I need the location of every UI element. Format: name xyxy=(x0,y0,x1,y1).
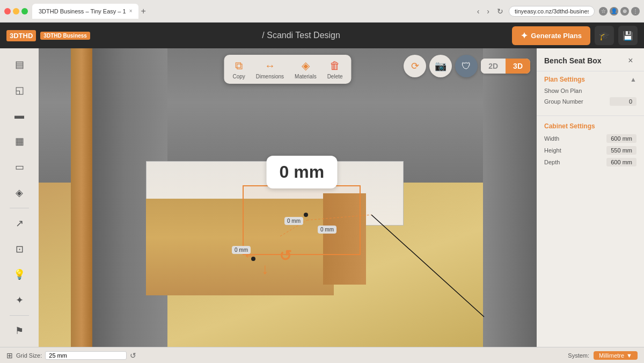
system-value-btn[interactable]: Millimetre ▼ xyxy=(594,351,638,360)
grid-size-input[interactable] xyxy=(45,351,127,360)
left-sidebar: ▤ ◱ ▬ ▦ ▭ ◈ ↗ ⊡ 💡 ✦ ⚑ xyxy=(0,48,39,347)
sidebar-grid-btn[interactable]: ⊡ xyxy=(8,237,31,261)
sidebar-cube-btn[interactable]: ◱ xyxy=(8,78,31,102)
move-arrow-down: ↓ xyxy=(261,260,269,278)
depth-value: 600 mm xyxy=(606,158,636,166)
business-badge: 3DTHD Business xyxy=(40,32,90,40)
sidebar-flag-btn[interactable]: ⚑ xyxy=(8,319,31,343)
shield-btn[interactable]: 🛡 xyxy=(455,55,478,77)
sidebar-star-btn[interactable]: ✦ xyxy=(8,288,31,312)
dim-node-2 xyxy=(251,257,255,261)
tab-close-btn[interactable]: × xyxy=(129,8,133,14)
sidebar-separator-1 xyxy=(10,208,29,208)
sidebar-layers-btn[interactable]: ▤ xyxy=(8,53,31,76)
browser-close-btn[interactable] xyxy=(4,8,11,14)
show-on-plan-label: Show On Plan xyxy=(544,88,582,94)
bookmark-icon[interactable]: ☆ xyxy=(599,7,608,16)
title-text: / Scandi Test Design xyxy=(262,31,340,40)
show-on-plan-row: Show On Plan xyxy=(544,88,636,94)
viewport-background: ← ↓ ↺ xyxy=(39,48,537,347)
system-label: System: xyxy=(568,352,589,359)
plan-settings-header: Plan Settings ▲ xyxy=(544,76,636,83)
menu-icon[interactable]: ⋮ xyxy=(631,7,640,16)
browser-tab-active[interactable]: 3DTHD Business – Tiny Easy – 1 × xyxy=(32,4,138,19)
browser-min-btn[interactable] xyxy=(13,8,19,14)
grid-size-area: ⊞ Grid Size: ↺ xyxy=(6,351,136,360)
materials-label: Materials xyxy=(295,74,317,79)
topbar: 3DTHD 3DTHD Business / Scandi Test Desig… xyxy=(0,23,644,48)
generate-icon: ✦ xyxy=(521,31,528,41)
extension-icon[interactable]: ⊕ xyxy=(620,7,629,16)
panel-close-btn[interactable]: × xyxy=(625,55,636,67)
width-row: Width 600 mm xyxy=(544,134,636,143)
help-button[interactable]: 🎓 xyxy=(595,26,614,45)
tab-title: 3DTHD Business – Tiny Easy – 1 xyxy=(39,8,126,14)
grid-size-label: Grid Size: xyxy=(16,352,42,359)
delete-icon: 🗑 xyxy=(330,60,340,72)
panel-header: Bench Seat Box × xyxy=(537,48,644,71)
cabinet-settings-header: Cabinet Settings xyxy=(544,122,636,130)
app-container: 3DTHD 3DTHD Business / Scandi Test Desig… xyxy=(0,23,644,363)
scene-wall-right xyxy=(483,48,537,347)
sidebar-door-btn[interactable]: ▬ xyxy=(8,104,31,128)
profile-icon[interactable]: 👤 xyxy=(610,7,618,16)
browser-buttons xyxy=(4,8,28,14)
browser-chrome: 3DTHD Business – Tiny Easy – 1 × + ‹ › ↻… xyxy=(0,0,644,23)
new-tab-button[interactable]: + xyxy=(141,6,145,16)
delete-label: Delete xyxy=(327,74,343,79)
browser-max-btn[interactable] xyxy=(21,8,28,14)
floating-toolbar: ⧉ Copy ↔ Dimensions ◈ Materials 🗑 Delete xyxy=(224,55,351,84)
depth-label: Depth xyxy=(544,159,560,165)
toolbar-dimensions-item[interactable]: ↔ Dimensions xyxy=(256,60,284,79)
camera-btn[interactable]: 📷 xyxy=(429,55,452,77)
sidebar-shape-btn[interactable]: ◈ xyxy=(8,181,31,205)
dim-badge-1: 0 mm xyxy=(284,217,303,225)
reset-btn[interactable]: ↺ xyxy=(130,351,136,360)
logo-3dthd: 3DTHD xyxy=(6,30,36,41)
right-panel: Bench Seat Box × Plan Settings ▲ Show On… xyxy=(537,48,644,347)
cabinet-settings-section: Cabinet Settings Width 600 mm Height 550… xyxy=(537,118,644,174)
plan-settings-toggle[interactable]: ▲ xyxy=(630,76,636,83)
browser-nav: ‹ › ↻ xyxy=(475,6,595,17)
title-area: / Scandi Test Design xyxy=(97,31,506,40)
sidebar-window-btn[interactable]: ▦ xyxy=(8,129,31,153)
viewport-3d[interactable]: ← ↓ ↺ ⧉ Copy ↔ xyxy=(39,48,537,347)
sidebar-wall-btn[interactable]: ▭ xyxy=(8,155,31,179)
dim-badge-3: 0 mm xyxy=(232,246,251,254)
browser-actions: ☆ 👤 ⊕ ⋮ xyxy=(599,7,640,16)
bottombar: ⊞ Grid Size: ↺ System: Millimetre ▼ xyxy=(0,347,644,363)
height-label: Height xyxy=(544,147,561,154)
dim-badge-2: 0 mm xyxy=(318,226,336,234)
dimensions-label: Dimensions xyxy=(256,74,284,79)
view-2d-btn[interactable]: 2D xyxy=(481,59,506,74)
panel-title: Bench Seat Box xyxy=(544,56,602,65)
toolbar-delete-item[interactable]: 🗑 Delete xyxy=(327,60,343,79)
view-3d-btn[interactable]: 3D xyxy=(506,59,530,74)
view-mode-buttons: ⟳ 📷 🛡 2D 3D xyxy=(404,55,530,77)
copy-label: Copy xyxy=(232,74,245,79)
height-value: 550 mm xyxy=(606,146,636,155)
materials-icon: ◈ xyxy=(302,59,310,72)
generate-plans-button[interactable]: ✦ Generate Plans xyxy=(512,26,590,45)
main-content: ▤ ◱ ▬ ▦ ▭ ◈ ↗ ⊡ 💡 ✦ ⚑ xyxy=(0,48,644,347)
forward-btn[interactable]: › xyxy=(485,6,492,17)
address-bar[interactable] xyxy=(509,6,595,17)
toolbar-copy-item[interactable]: ⧉ Copy xyxy=(232,60,245,79)
rotate-view-btn[interactable]: ⟳ xyxy=(404,55,426,77)
plan-settings-section: Plan Settings ▲ Show On Plan Group Numbe… xyxy=(537,71,644,113)
sidebar-stair-btn[interactable]: ↗ xyxy=(8,212,31,235)
group-number-row: Group Number 0 xyxy=(544,97,636,106)
system-area: System: Millimetre ▼ xyxy=(568,351,638,360)
system-value: Millimetre xyxy=(599,352,624,359)
sidebar-light-btn[interactable]: 💡 xyxy=(8,263,31,287)
toolbar-materials-item[interactable]: ◈ Materials xyxy=(295,59,317,79)
back-btn[interactable]: ‹ xyxy=(475,6,482,17)
save-button[interactable]: 💾 xyxy=(618,26,638,45)
copy-icon: ⧉ xyxy=(235,60,243,72)
height-row: Height 550 mm xyxy=(544,146,636,155)
generate-btn-label: Generate Plans xyxy=(531,32,582,40)
depth-row: Depth 600 mm xyxy=(544,158,636,166)
reload-btn[interactable]: ↻ xyxy=(495,6,506,17)
dimensions-icon: ↔ xyxy=(265,60,275,72)
plan-settings-title: Plan Settings xyxy=(544,76,585,83)
